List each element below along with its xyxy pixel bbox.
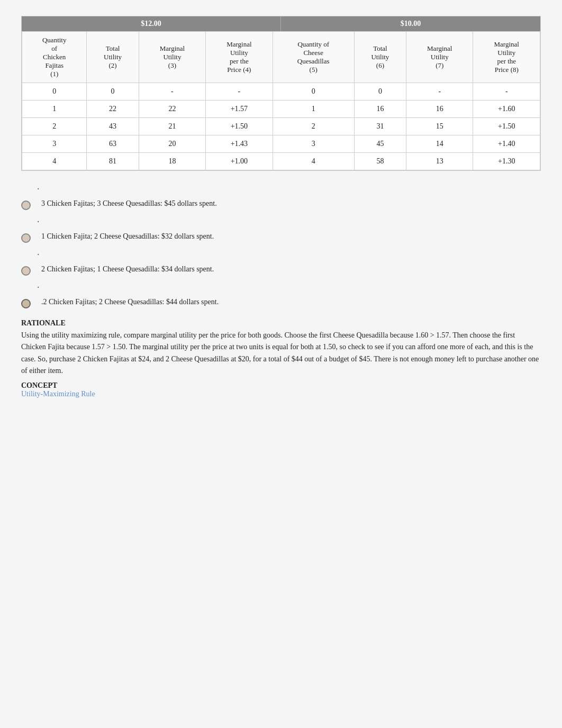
cell-2-3: +1.50 (206, 118, 273, 135)
cell-3-7: +1.40 (473, 135, 540, 153)
cell-3-1: 63 (87, 135, 139, 153)
answer-text-c: 2 Chicken Fajitas; 1 Cheese Quesadilla: … (41, 265, 214, 274)
cell-1-6: 16 (406, 101, 473, 118)
dot-marker: . (37, 247, 541, 257)
cell-0-7: - (473, 83, 540, 101)
cell-3-6: 14 (406, 135, 473, 153)
price-header-row: $12.00 $10.00 (22, 16, 540, 31)
table-row: 48118+1.0045813+1.30 (22, 153, 540, 170)
answer-text-a: 3 Chicken Fajitas; 3 Cheese Quesadillas:… (41, 199, 217, 208)
radio-b[interactable] (21, 233, 31, 243)
rationale-title: RATIONALE (21, 319, 541, 327)
col-header-3: MarginalUtility(3) (139, 32, 205, 83)
dot-marker: . (37, 214, 541, 224)
cell-0-6: - (406, 83, 473, 101)
answer-text-d: .2 Chicken Fajitas; 2 Cheese Quesadillas… (41, 298, 219, 306)
table-row: 24321+1.5023115+1.50 (22, 118, 540, 135)
col-header-2: TotalUtility(2) (87, 32, 139, 83)
cell-1-3: +1.57 (206, 101, 273, 118)
cell-1-4: 1 (273, 101, 354, 118)
data-table: QuantityofChickenFajitas(1) TotalUtility… (22, 31, 540, 170)
col-header-4: MarginalUtilityper thePrice (4) (206, 32, 273, 83)
cell-1-7: +1.60 (473, 101, 540, 118)
cell-2-4: 2 (273, 118, 354, 135)
cell-0-3: - (206, 83, 273, 101)
table-header-row: QuantityofChickenFajitas(1) TotalUtility… (22, 32, 540, 83)
col-header-1: QuantityofChickenFajitas(1) (22, 32, 87, 83)
answer-option-a[interactable]: 3 Chicken Fajitas; 3 Cheese Quesadillas:… (21, 199, 541, 210)
cell-2-5: 31 (354, 118, 406, 135)
radio-d[interactable] (21, 299, 31, 308)
dot-marker: . (37, 181, 541, 191)
table-row: 36320+1.4334514+1.40 (22, 135, 540, 153)
cell-4-1: 81 (87, 153, 139, 170)
answer-text-b: 1 Chicken Fajita; 2 Cheese Quesadillas: … (41, 232, 214, 241)
cell-4-3: +1.00 (206, 153, 273, 170)
concept-link[interactable]: Utility-Maximizing Rule (21, 390, 95, 398)
answers-container: .3 Chicken Fajitas; 3 Cheese Quesadillas… (21, 181, 541, 308)
table-row: 12222+1.5711616+1.60 (22, 101, 540, 118)
rationale-section: RATIONALE Using the utility maximizing r… (21, 319, 541, 398)
cell-2-1: 43 (87, 118, 139, 135)
cell-2-6: 15 (406, 118, 473, 135)
cell-1-2: 22 (139, 101, 205, 118)
cell-3-2: 20 (139, 135, 205, 153)
rationale-body: Using the utility maximizing rule, compa… (21, 330, 541, 377)
price-right-header: $10.00 (281, 16, 540, 31)
cell-4-0: 4 (22, 153, 87, 170)
cell-0-0: 0 (22, 83, 87, 101)
cell-4-6: 13 (406, 153, 473, 170)
cell-0-4: 0 (273, 83, 354, 101)
col-header-6: TotalUtility(6) (354, 32, 406, 83)
col-header-7: MarginalUtility(7) (406, 32, 473, 83)
answer-option-c[interactable]: 2 Chicken Fajitas; 1 Cheese Quesadilla: … (21, 265, 541, 276)
cell-3-4: 3 (273, 135, 354, 153)
radio-a[interactable] (21, 201, 31, 210)
cell-3-0: 3 (22, 135, 87, 153)
cell-4-7: +1.30 (473, 153, 540, 170)
cell-1-5: 16 (354, 101, 406, 118)
answer-option-b[interactable]: 1 Chicken Fajita; 2 Cheese Quesadillas: … (21, 232, 541, 243)
radio-c[interactable] (21, 266, 31, 276)
cell-2-0: 2 (22, 118, 87, 135)
col-header-5: Quantity ofCheeseQuesadillas(5) (273, 32, 354, 83)
dot-marker: . (37, 280, 541, 289)
cell-0-2: - (139, 83, 205, 101)
cell-0-1: 0 (87, 83, 139, 101)
col-header-8: MarginalUtilityper thePrice (8) (473, 32, 540, 83)
cell-2-7: +1.50 (473, 118, 540, 135)
price-left-header: $12.00 (22, 16, 281, 31)
cell-4-2: 18 (139, 153, 205, 170)
cell-3-5: 45 (354, 135, 406, 153)
cell-4-4: 4 (273, 153, 354, 170)
utility-table: $12.00 $10.00 QuantityofChickenFajitas(1… (21, 16, 541, 171)
cell-4-5: 58 (354, 153, 406, 170)
concept-title: CONCEPT (21, 381, 541, 390)
answer-option-d[interactable]: .2 Chicken Fajitas; 2 Cheese Quesadillas… (21, 298, 541, 308)
cell-1-0: 1 (22, 101, 87, 118)
cell-1-1: 22 (87, 101, 139, 118)
table-row: 00--00-- (22, 83, 540, 101)
cell-2-2: 21 (139, 118, 205, 135)
cell-3-3: +1.43 (206, 135, 273, 153)
cell-0-5: 0 (354, 83, 406, 101)
